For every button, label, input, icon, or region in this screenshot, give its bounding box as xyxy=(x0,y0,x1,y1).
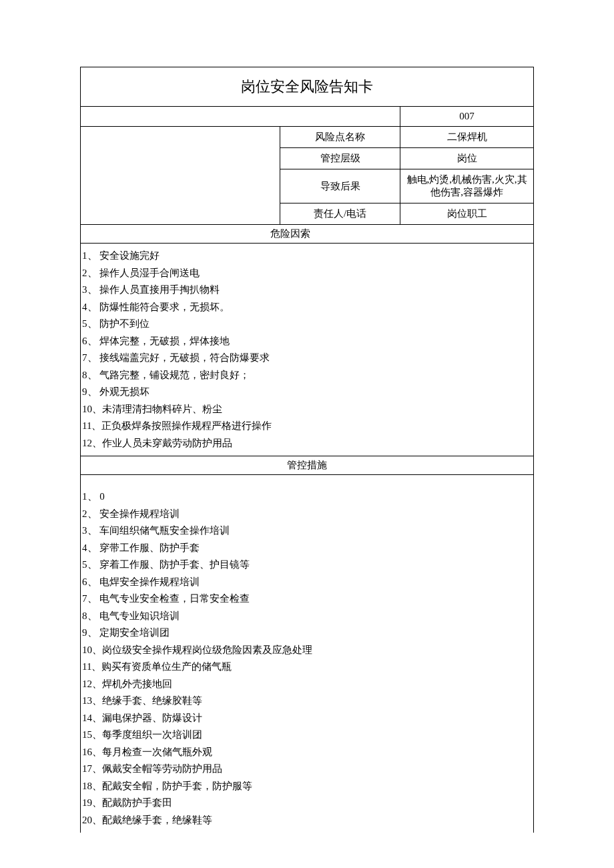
code-row-blank xyxy=(81,107,400,127)
control-measure-item: 8、 电气专业知识培训 xyxy=(82,608,531,625)
control-measure-item: 2、 安全操作规程培训 xyxy=(82,506,531,523)
risk-factors-row: 1、 安全设施完好2、 操作人员湿手合闸送电3、 操作人员直接用手掏扒物料4、 … xyxy=(81,244,534,456)
card-code: 007 xyxy=(400,107,534,127)
risk-factor-item: 4、 防爆性能符合要求，无损坏。 xyxy=(82,299,531,316)
risk-card-table: 岗位安全风险告知卡 007 风险点名称 二保焊机 管控层级 岗位 导致后果 触电… xyxy=(80,67,534,833)
consequence-label: 导致后果 xyxy=(280,169,400,203)
risk-factor-item: 2、 操作人员湿手合闸送电 xyxy=(82,265,531,282)
consequence-value: 触电,灼烫,机械伤害,火灾,其他伤害,容器爆炸 xyxy=(400,169,534,203)
risk-section-header-left: 危 xyxy=(81,225,280,244)
info-row-risk-name: 风险点名称 二保焊机 xyxy=(81,127,534,148)
control-section-header-row: 管控措施 xyxy=(81,456,534,475)
document-container: 岗位安全风险告知卡 007 风险点名称 二保焊机 管控层级 岗位 导致后果 触电… xyxy=(80,67,534,833)
control-measure-item: 20、配戴绝缘手套，绝缘鞋等 xyxy=(82,812,531,829)
risk-factor-item: 11、正负极焊条按照操作规程严格进行操作 xyxy=(82,418,531,435)
responsible-label: 责任人/电话 xyxy=(280,203,400,225)
control-measure-item: 17、佩戴安全帽等劳动防护用品 xyxy=(82,761,531,778)
title-row: 岗位安全风险告知卡 xyxy=(81,67,534,107)
card-title: 岗位安全风险告知卡 xyxy=(81,67,534,107)
control-measures-row: 1、 02、 安全操作规程培训3、 车间组织储气瓶安全操作培训4、 穿带工作服、… xyxy=(81,475,534,833)
control-measure-item: 15、每季度组织一次培训团 xyxy=(82,727,531,744)
risk-section-header-row: 危 险因索 xyxy=(81,225,534,244)
control-measure-item: 16、每月检查一次储气瓶外观 xyxy=(82,744,531,761)
control-measure-item: 7、 电气专业安全检查，日常安全检查 xyxy=(82,590,531,608)
risk-factor-item: 8、 气路完整，铺设规范，密封良好； xyxy=(82,367,531,384)
control-measure-item: 13、绝缘手套、绝缘胶鞋等 xyxy=(82,693,531,710)
control-measures-list: 1、 02、 安全操作规程培训3、 车间组织储气瓶安全操作培训4、 穿带工作服、… xyxy=(81,475,534,833)
control-measure-item: 19、配戴防护手套田 xyxy=(82,795,531,812)
risk-factor-item: 9、 外观无损坏 xyxy=(82,384,531,401)
risk-name-value: 二保焊机 xyxy=(400,127,534,148)
info-blank-left xyxy=(81,127,280,225)
control-measure-item: 11、购买有资质单位生产的储气瓶 xyxy=(82,659,531,676)
risk-factor-item: 12、作业人员未穿戴劳动防护用品 xyxy=(82,435,531,452)
responsible-value: 岗位职工 xyxy=(400,203,534,225)
control-measure-item: 6、 电焊安全操作规程培训 xyxy=(82,574,531,591)
control-measure-item: 10、岗位级安全操作规程岗位级危险因素及应急处理 xyxy=(82,642,531,659)
risk-factor-item: 10、未清理清扫物料碎片、粉尘 xyxy=(82,401,531,418)
spacer xyxy=(82,479,531,488)
risk-factor-item: 5、 防护不到位 xyxy=(82,316,531,333)
risk-factor-item: 3、 操作人员直接用手掏扒物料 xyxy=(82,282,531,299)
control-measure-item: 1、 0 xyxy=(82,488,531,506)
risk-section-header-right: 险因索 xyxy=(280,225,534,244)
control-section-header: 管控措施 xyxy=(81,456,534,475)
control-measure-item: 5、 穿着工作服、防护手套、护目镜等 xyxy=(82,556,531,574)
code-row: 007 xyxy=(81,107,534,127)
control-measure-item: 12、焊机外壳接地回 xyxy=(82,676,531,693)
risk-factor-item: 7、 接线端盖完好，无破损，符合防爆要求 xyxy=(82,350,531,367)
risk-factor-item: 6、 焊体完整，无破损，焊体接地 xyxy=(82,333,531,350)
risk-factors-list: 1、 安全设施完好2、 操作人员湿手合闸送电3、 操作人员直接用手掏扒物料4、 … xyxy=(81,244,534,456)
control-measure-item: 18、配戴安全帽，防护手套，防护服等 xyxy=(82,778,531,795)
control-measure-item: 4、 穿带工作服、防护手套 xyxy=(82,540,531,557)
control-level-value: 岗位 xyxy=(400,148,534,169)
control-measure-item: 3、 车间组织储气瓶安全操作培训 xyxy=(82,522,531,540)
risk-name-label: 风险点名称 xyxy=(280,127,400,148)
risk-factor-item: 1、 安全设施完好 xyxy=(82,248,531,265)
control-level-label: 管控层级 xyxy=(280,148,400,169)
control-measure-item: 14、漏电保护器、防爆设计 xyxy=(82,710,531,727)
control-measure-item: 9、 定期安全培训团 xyxy=(82,624,531,642)
